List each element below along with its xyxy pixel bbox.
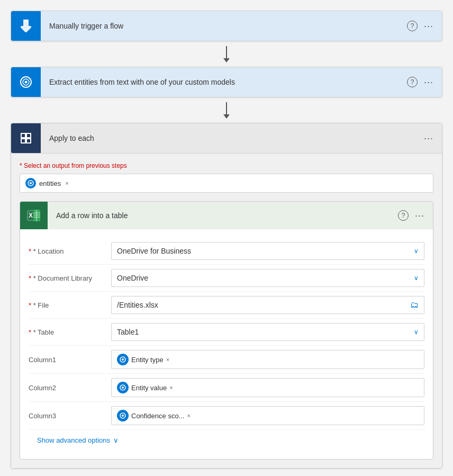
location-row: * * Location OneDrive for Business ∨ <box>29 238 424 265</box>
column2-label: Column2 <box>29 384 103 392</box>
column1-row: Column1 Entity type × <box>29 346 424 374</box>
column2-tag-icon <box>117 382 129 393</box>
table-dropdown-arrow[interactable]: ∨ <box>414 328 419 336</box>
add-row-help-icon[interactable]: ? <box>398 210 409 221</box>
file-value: /Entities.xlsx <box>117 301 158 309</box>
column3-tag: Confidence sco... × <box>117 410 191 421</box>
doc-library-row: * * Document Library OneDrive ∨ <box>29 265 424 292</box>
apply-actions: ··· <box>424 133 442 144</box>
column1-tag-text: Entity type <box>131 356 164 364</box>
svg-rect-6 <box>26 139 31 143</box>
svg-rect-4 <box>26 133 31 138</box>
svg-point-2 <box>25 81 28 84</box>
trigger-actions: ? ··· <box>407 21 442 32</box>
extract-header: Extract entities from text with one of y… <box>11 67 442 97</box>
column2-row: Column2 Entity value × <box>29 374 424 402</box>
column3-row: Column3 Confidence sco... <box>29 402 424 430</box>
trigger-card: Manually trigger a flow ? ··· <box>11 11 442 41</box>
arrow-1 <box>226 41 227 67</box>
apply-icon <box>11 123 41 153</box>
svg-text:X: X <box>29 212 33 219</box>
output-field: entities × <box>20 174 433 193</box>
trigger-more-button[interactable]: ··· <box>424 21 433 32</box>
location-dropdown-arrow[interactable]: ∨ <box>414 247 419 255</box>
file-folder-icon[interactable]: 🗂 <box>410 300 419 310</box>
apply-more-button[interactable]: ··· <box>424 133 433 144</box>
add-row-header: X Add a row into a table ? ··· <box>20 202 433 229</box>
column2-tag-close[interactable]: × <box>169 384 173 391</box>
column1-control[interactable]: Entity type × <box>111 350 424 369</box>
file-row: * * File /Entities.xlsx 🗂 <box>29 292 424 319</box>
arrow-down-1 <box>226 46 227 62</box>
column1-tag-close[interactable]: × <box>166 356 169 363</box>
trigger-help-icon[interactable]: ? <box>407 21 418 31</box>
arrow-2 <box>226 97 227 123</box>
svg-point-8 <box>30 182 32 184</box>
output-tag: entities × <box>25 178 69 188</box>
output-tag-icon <box>25 178 36 188</box>
column2-tag-text: Entity value <box>131 384 167 392</box>
column1-label: Column1 <box>29 356 103 364</box>
svg-point-18 <box>122 358 124 361</box>
svg-rect-3 <box>21 133 25 138</box>
column1-tag-icon <box>117 354 129 365</box>
apply-card: Apply to each ··· * Select an output fro… <box>11 123 442 469</box>
table-label: * * Table <box>29 328 103 336</box>
doc-library-control[interactable]: OneDrive ∨ <box>111 269 424 287</box>
column2-control[interactable]: Entity value × <box>111 378 424 397</box>
extract-help-icon[interactable]: ? <box>407 77 418 87</box>
location-value: OneDrive for Business <box>117 247 191 255</box>
trigger-title: Manually trigger a flow <box>41 22 407 30</box>
doc-library-value: OneDrive <box>117 274 148 282</box>
advanced-options-link[interactable]: Show advanced options ∨ <box>37 436 416 444</box>
add-row-title: Add a row into a table <box>48 211 398 220</box>
output-tag-text: entities <box>39 179 61 187</box>
apply-title: Apply to each <box>41 134 424 142</box>
add-row-more-button[interactable]: ··· <box>415 210 424 221</box>
extract-more-button[interactable]: ··· <box>424 77 433 88</box>
extract-card: Extract entities from text with one of y… <box>11 67 442 97</box>
advanced-options-arrow: ∨ <box>113 436 119 444</box>
extract-actions: ? ··· <box>407 77 442 88</box>
column3-tag-text: Confidence sco... <box>131 412 184 420</box>
flow-canvas: Manually trigger a flow ? ··· Extract en… <box>11 11 442 469</box>
column1-tag: Entity type × <box>117 354 169 365</box>
column3-control[interactable]: Confidence sco... × <box>111 406 424 425</box>
apply-header: Apply to each ··· <box>11 123 442 153</box>
svg-point-20 <box>122 387 124 389</box>
column3-label: Column3 <box>29 412 103 420</box>
doc-library-label: * * Document Library <box>29 274 103 282</box>
location-control[interactable]: OneDrive for Business ∨ <box>111 242 424 260</box>
table-control[interactable]: Table1 ∨ <box>111 323 424 341</box>
svg-point-22 <box>122 415 124 417</box>
table-value: Table1 <box>117 328 139 336</box>
file-label: * * File <box>29 301 103 309</box>
add-row-actions: ? ··· <box>398 210 433 221</box>
excel-icon: X <box>20 202 48 229</box>
svg-rect-12 <box>33 210 40 221</box>
add-row-card: X Add a row into a table ? ··· <box>20 201 433 460</box>
column3-tag-close[interactable]: × <box>187 412 190 419</box>
extract-title: Extract entities from text with one of y… <box>41 78 407 86</box>
svg-rect-0 <box>23 20 29 21</box>
trigger-header: Manually trigger a flow ? ··· <box>11 11 442 41</box>
svg-rect-5 <box>21 139 25 143</box>
output-tag-close[interactable]: × <box>65 180 68 186</box>
extract-icon <box>11 67 41 97</box>
add-row-body: * * Location OneDrive for Business ∨ * *… <box>20 229 433 459</box>
apply-body: * Select an output from previous steps e… <box>11 153 442 468</box>
advanced-options-row: Show advanced options ∨ <box>29 430 424 451</box>
column2-tag: Entity value × <box>117 382 173 393</box>
location-label: * * Location <box>29 247 103 255</box>
arrow-down-2 <box>226 102 227 118</box>
file-control[interactable]: /Entities.xlsx 🗂 <box>111 296 424 314</box>
output-label: * Select an output from previous steps <box>20 162 433 169</box>
advanced-options-text: Show advanced options <box>37 436 110 444</box>
doc-library-dropdown-arrow[interactable]: ∨ <box>414 274 419 282</box>
column3-tag-icon <box>117 410 129 421</box>
table-row: * * Table Table1 ∨ <box>29 319 424 346</box>
trigger-icon <box>11 11 41 41</box>
